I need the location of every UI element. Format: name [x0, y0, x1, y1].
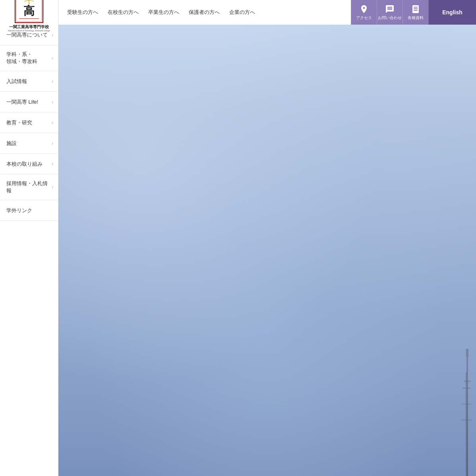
chevron-right-icon: › [52, 141, 53, 146]
logo-area[interactable]: 高 一関工業高等専門学校 National Institute of Techn… [0, 0, 58, 25]
tower-silhouette [466, 357, 468, 476]
chevron-right-icon: › [52, 32, 53, 38]
chevron-right-icon: › [52, 184, 53, 190]
nav-alumni[interactable]: 卒業生の方へ [147, 7, 180, 17]
logo-box: 高 一関工業高等専門学校 National Institute of Techn… [4, 0, 54, 32]
access-button[interactable]: アクセス [351, 0, 377, 25]
access-label: アクセス [356, 15, 372, 21]
sidebar-facilities-label: 施設 [6, 140, 17, 147]
materials-label: 各種資料 [408, 15, 424, 21]
sidebar-research-label: 教育・研究 [6, 119, 32, 126]
sidebar-item-initiatives[interactable]: 本校の取り組み › [0, 154, 58, 174]
sidebar-item-research[interactable]: 教育・研究 › [0, 112, 58, 133]
sidebar-item-life[interactable]: 一関高専 Life! › [0, 92, 58, 112]
english-button[interactable]: English [428, 0, 476, 25]
sidebar-life-label: 一関高専 Life! [6, 99, 38, 106]
sidebar-admissions-label: 入試情報 [6, 78, 27, 85]
sidebar-initiatives-label: 本校の取り組み [6, 161, 43, 168]
chat-icon [385, 4, 395, 14]
nav-parents[interactable]: 保護者の方へ [188, 7, 221, 17]
school-name-en: National Institute of Technology, Ichino… [8, 30, 50, 32]
nav-companies[interactable]: 企業の方へ [228, 7, 256, 17]
hero-background [58, 25, 476, 476]
location-icon [359, 4, 369, 14]
materials-button[interactable]: 各種資料 [402, 0, 428, 25]
icon-nav: アクセス お問い合わせ 各種資料 [351, 0, 428, 25]
chevron-right-icon: › [52, 79, 53, 84]
sidebar-about-label: 一関高専について [6, 31, 48, 39]
site-header: 高 一関工業高等専門学校 National Institute of Techn… [0, 0, 476, 25]
chevron-right-icon: › [52, 55, 53, 61]
sidebar-item-departments[interactable]: 学科・系・ 領域・専攻科 › [0, 45, 58, 71]
sidebar-item-recruitment[interactable]: 採用情報・入札情報 › [0, 174, 58, 200]
nav-students[interactable]: 在校生の方へ [107, 7, 139, 17]
sidebar-item-admissions[interactable]: 入試情報 › [0, 71, 58, 92]
nav-examinees[interactable]: 受験生の方へ [66, 7, 99, 17]
main-nav: 受験生の方へ 在校生の方へ 卒業生の方へ 保護者の方へ 企業の方へ [58, 0, 351, 25]
svg-text:高: 高 [23, 4, 35, 17]
sidebar-item-facilities[interactable]: 施設 › [0, 133, 58, 154]
tower-crossbar-2 [462, 404, 471, 404]
book-icon [411, 4, 420, 14]
tower-crossbar-1 [462, 388, 470, 389]
chevron-right-icon: › [52, 120, 53, 126]
chevron-right-icon: › [52, 99, 53, 105]
sidebar-links-label: 学外リンク [6, 207, 32, 214]
school-name-ja: 一関工業高等専門学校 [9, 25, 49, 29]
main-content [58, 25, 476, 476]
sidebar: 一関高専について › 学科・系・ 領域・専攻科 › 入試情報 › 一関高専 Li… [0, 25, 58, 476]
school-emblem: 高 [13, 0, 45, 25]
sidebar-departments-label: 学科・系・ 領域・専攻科 [6, 51, 37, 65]
sidebar-recruitment-label: 採用情報・入札情報 [6, 180, 52, 194]
sidebar-item-links[interactable]: 学外リンク [0, 200, 58, 221]
chevron-right-icon: › [52, 161, 53, 167]
contact-label: お問い合わせ [378, 15, 402, 21]
contact-button[interactable]: お問い合わせ [377, 0, 402, 25]
tower-crossbar-3 [461, 420, 472, 420]
